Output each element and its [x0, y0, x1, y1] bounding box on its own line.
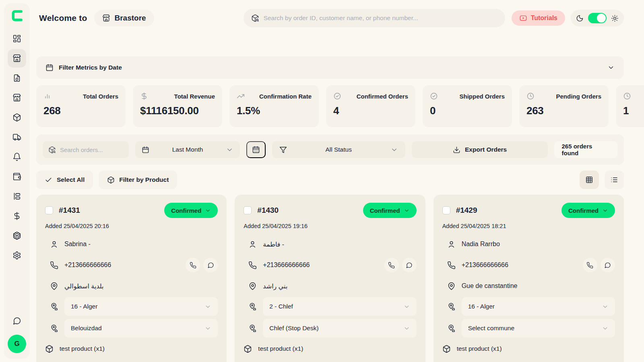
- calendar-icon: [45, 64, 54, 72]
- view-toggle: [580, 171, 624, 189]
- custom-date-button[interactable]: [246, 141, 266, 158]
- sidebar-item-store[interactable]: [8, 88, 26, 107]
- order-id: #1431: [59, 206, 80, 215]
- commune-select[interactable]: Belouizdad: [64, 319, 218, 337]
- status-filter-select[interactable]: All Status: [272, 141, 405, 158]
- chevron-down-icon: [602, 325, 609, 332]
- chat-button[interactable]: [601, 258, 615, 272]
- order-card: #1430 Confirmed Added 25/04/2025 19:16 ف…: [235, 195, 425, 362]
- sidebar-item-queue[interactable]: [8, 187, 26, 206]
- sidebar-item-dollar[interactable]: [8, 207, 26, 225]
- metric-value: 0: [430, 105, 505, 117]
- customer-address: بني راشد: [263, 282, 287, 290]
- chevron-down-icon: [403, 303, 410, 310]
- check-icon: [45, 176, 52, 184]
- sidebar-bottom: G: [8, 313, 26, 353]
- metric-value: 4: [333, 105, 408, 117]
- commune-select[interactable]: Select commune: [462, 319, 615, 337]
- grid-view-button[interactable]: [580, 171, 599, 189]
- order-id: #1429: [456, 206, 477, 215]
- filter-metrics-bar[interactable]: Filter Metrics by Date: [36, 56, 624, 79]
- truck-icon: [12, 133, 21, 142]
- clock-icon: [526, 92, 535, 100]
- wilaya-value: 16 - Alger: [71, 303, 97, 310]
- theme-toggle[interactable]: [588, 13, 607, 23]
- metric-value: 1.5%: [237, 105, 312, 117]
- metric-value: 1: [623, 105, 644, 117]
- select-all-button[interactable]: Select All: [36, 171, 93, 189]
- chevron-down-icon: [226, 146, 233, 154]
- customer-phone: +213666666666: [64, 261, 111, 269]
- wilaya-select[interactable]: 16 - Alger: [462, 297, 615, 316]
- order-status-label: Confirmed: [568, 207, 599, 214]
- header: Welcome to Brastore Tutorials: [36, 9, 624, 27]
- filter-metrics-label: Filter Metrics by Date: [59, 64, 122, 71]
- chat-button[interactable]: [203, 258, 218, 272]
- list-view-button[interactable]: [605, 171, 624, 189]
- sidebar-item-chat[interactable]: [8, 313, 26, 329]
- trending-up-icon: [237, 92, 245, 100]
- package-search-icon: [48, 146, 56, 154]
- wilaya-select[interactable]: 2 - Chlef: [263, 297, 416, 316]
- order-added-date: Added 25/04/2025 20:16: [45, 223, 218, 229]
- global-search-input[interactable]: [264, 14, 497, 22]
- wallet-icon: [12, 172, 21, 181]
- order-checkbox[interactable]: [244, 206, 252, 214]
- chat-bubble-icon: [406, 262, 413, 269]
- sidebar-item-codesandbox[interactable]: [8, 226, 26, 245]
- avatar[interactable]: G: [8, 335, 26, 353]
- sidebar-item-package[interactable]: [8, 108, 26, 127]
- sidebar-item-truck[interactable]: [8, 128, 26, 146]
- customer-name: فاطمة -: [263, 241, 284, 248]
- sidebar-item-wallet[interactable]: [8, 167, 26, 186]
- dollar-icon: [140, 92, 148, 100]
- date-range-select[interactable]: Last Month: [135, 141, 240, 158]
- order-status-dropdown[interactable]: Confirmed: [363, 203, 417, 218]
- commune-select[interactable]: Chlef (Stop Desk): [263, 319, 416, 337]
- call-button[interactable]: [384, 258, 399, 272]
- orders-toolbar: Last Month All Status Export Orders 265 …: [36, 134, 624, 165]
- main-content: Welcome to Brastore Tutorials Filter Met…: [36, 0, 624, 362]
- order-added-date: Added 25/04/2025 18:21: [442, 223, 615, 229]
- clock-icon: [623, 92, 631, 100]
- chat-button[interactable]: [402, 258, 417, 272]
- map-pin-home-icon: [447, 324, 456, 333]
- order-checkbox[interactable]: [442, 206, 450, 214]
- order-status-dropdown[interactable]: Confirmed: [164, 203, 218, 218]
- select-all-label: Select All: [57, 176, 85, 183]
- sidebar-nav: [8, 29, 26, 265]
- youtube-play-icon: [519, 14, 527, 22]
- wilaya-select[interactable]: 16 - Alger: [64, 297, 218, 316]
- call-button[interactable]: [583, 258, 597, 272]
- metric-card-confirmed-orders: Confirmed Orders 4: [326, 85, 415, 127]
- export-orders-button[interactable]: Export Orders: [412, 141, 548, 158]
- call-button[interactable]: [186, 258, 200, 272]
- orders-search-input[interactable]: [60, 146, 123, 153]
- avatar-initial: G: [14, 340, 19, 348]
- sidebar-item-bell[interactable]: [8, 148, 26, 166]
- order-checkbox[interactable]: [45, 206, 53, 214]
- customer-name: Sabrina -: [64, 241, 91, 248]
- list-icon: [610, 176, 618, 184]
- sidebar-item-file-sync[interactable]: [8, 69, 26, 87]
- commune-value: Chlef (Stop Desk): [269, 325, 318, 332]
- date-range-value: Last Month: [149, 146, 226, 153]
- metric-card-total-orders: Total Orders 268: [36, 85, 126, 127]
- sidebar-item-gear[interactable]: [8, 246, 26, 265]
- store-badge[interactable]: Brastore: [94, 10, 154, 27]
- filter-by-product-button[interactable]: Filter by Product: [99, 171, 177, 189]
- order-card: #1431 Confirmed Added 25/04/2025 20:16 S…: [36, 195, 227, 362]
- phone-icon: [388, 262, 395, 269]
- chevron-down-icon: [602, 303, 609, 310]
- order-card: #1429 Confirmed Added 25/04/2025 18:21 N…: [433, 195, 624, 362]
- wilaya-value: 2 - Chlef: [269, 303, 293, 310]
- order-status-dropdown[interactable]: Confirmed: [561, 203, 615, 218]
- tutorials-button[interactable]: Tutorials: [512, 10, 565, 26]
- metric-value: 268: [43, 105, 118, 117]
- sidebar-item-layout-dashboard[interactable]: [8, 29, 26, 48]
- customer-name: Nadia Rarrbo: [462, 241, 500, 248]
- order-id: #1430: [257, 206, 279, 215]
- customer-address: بلدية اسطوالي: [64, 282, 104, 290]
- sidebar-item-store[interactable]: [8, 49, 26, 68]
- user-icon: [447, 240, 456, 249]
